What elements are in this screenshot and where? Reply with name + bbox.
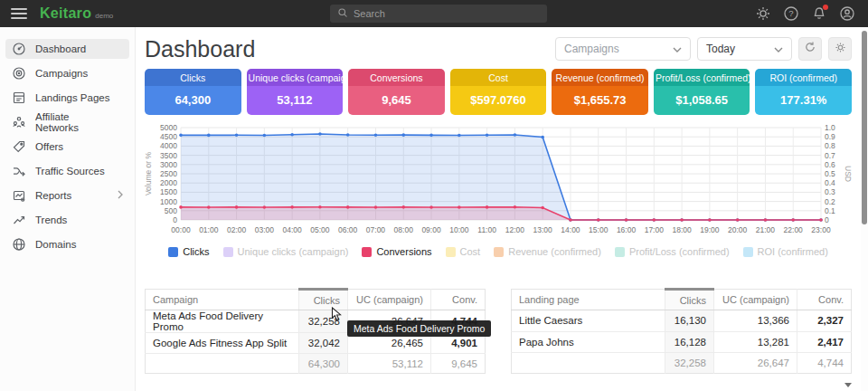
row-name[interactable]: Meta Ads Food Delivery Promo	[146, 310, 299, 333]
chart-legend: ClicksUnique clicks (campaign)Conversion…	[143, 246, 854, 257]
svg-text:USD: USD	[844, 166, 853, 182]
topbar: Keitaro demo Search ?	[0, 0, 868, 27]
legend-swatch	[446, 247, 456, 257]
svg-text:07:00: 07:00	[366, 225, 386, 234]
column-header-name[interactable]: Landing page	[512, 290, 665, 310]
row-clicks: 16,130	[665, 310, 714, 332]
svg-text:14:00: 14:00	[561, 225, 580, 234]
svg-text:09:00: 09:00	[421, 225, 441, 234]
legend-item-profit-loss-confirmed[interactable]: Profit/Loss (confirmed)	[615, 246, 730, 257]
sidebar: DashboardCampaignsLandings PagesAffiliat…	[0, 27, 136, 391]
menu-icon[interactable]	[11, 8, 27, 19]
tooltip: Meta Ads Food Delivery Promo	[347, 320, 491, 337]
legend-item-unique-clicks-campaign[interactable]: Unique clicks (campaign)	[223, 246, 349, 257]
sidebar-item-offers[interactable]: Offers	[5, 137, 129, 157]
svg-text:4500: 4500	[160, 132, 177, 141]
refresh-icon	[804, 41, 816, 57]
scrollbar-thumb[interactable]	[862, 31, 867, 224]
refresh-button[interactable]	[798, 37, 822, 61]
settings-gear-icon[interactable]	[755, 5, 771, 22]
svg-text:23:00: 23:00	[811, 225, 831, 234]
legend-swatch	[168, 247, 178, 257]
sidebar-item-domains[interactable]: Domains	[5, 234, 129, 254]
column-header-clicks[interactable]: Clicks	[665, 290, 714, 310]
sidebar-item-campaigns[interactable]: Campaigns	[5, 63, 129, 83]
legend-item-clicks[interactable]: Clicks	[168, 246, 209, 257]
sidebar-item-landings-pages[interactable]: Landings Pages	[5, 88, 129, 108]
summary-tables: CampaignClicksUC (campaign)Conv.Meta Ads…	[145, 288, 852, 374]
svg-text:02:00: 02:00	[227, 225, 247, 234]
row-conv: 2,327	[797, 310, 852, 332]
search-input[interactable]: Search	[330, 5, 547, 23]
svg-text:21:00: 21:00	[756, 225, 776, 234]
svg-text:1.0: 1.0	[825, 123, 835, 132]
stat-card-label: Unique clicks (campaign)	[247, 69, 344, 86]
date-range-select[interactable]: Today	[697, 37, 792, 61]
table-row[interactable]: Little Caesars16,13013,3662,327	[512, 310, 852, 332]
sidebar-item-label: Trends	[35, 215, 67, 225]
search-icon	[337, 7, 348, 20]
scroll-down-arrow-icon	[844, 383, 852, 387]
chevron-down-icon	[774, 43, 783, 55]
stat-card-profit-loss-confirmed: Profit/Loss (confirmed)$1,058.65	[654, 69, 750, 115]
sidebar-item-dashboard[interactable]: Dashboard	[5, 39, 129, 59]
legend-item-revenue-confirmed[interactable]: Revenue (confirmed)	[494, 246, 601, 257]
stat-card-unique-clicks-campaign: Unique clicks (campaign)53,112	[247, 69, 344, 115]
row-name[interactable]: Little Caesars	[512, 310, 665, 332]
dashboard-settings-button[interactable]	[828, 37, 852, 61]
column-header-conv[interactable]: Conv.	[431, 290, 486, 310]
row-conv: 2,417	[797, 331, 852, 353]
sidebar-item-label: Domains	[35, 239, 76, 250]
landing-pages-table: Landing pageClicksUC (campaign)Conv.Litt…	[511, 288, 852, 374]
legend-swatch	[362, 247, 372, 257]
row-uc: 13,366	[714, 310, 797, 332]
row-name[interactable]: Google Ads Fitness App Split	[146, 333, 299, 354]
sidebar-item-trends[interactable]: Trends	[5, 210, 129, 230]
legend-label: Cost	[460, 246, 481, 257]
svg-text:0.8: 0.8	[825, 141, 835, 150]
stat-card-value: 9,645	[348, 86, 445, 115]
dashboard-gauge-icon	[12, 42, 26, 56]
column-header-conv[interactable]: Conv.	[797, 290, 852, 310]
svg-text:01:00: 01:00	[199, 225, 219, 234]
account-icon[interactable]	[839, 5, 855, 22]
legend-item-cost[interactable]: Cost	[446, 246, 481, 257]
campaigns-filter-select[interactable]: Campaigns	[555, 37, 691, 61]
stat-card-value: 177.31%	[755, 86, 852, 115]
svg-text:0.1: 0.1	[825, 206, 835, 215]
column-header-name[interactable]: Campaign	[146, 290, 299, 310]
sidebar-item-traffic-sources[interactable]: Traffic Sources	[5, 161, 129, 181]
gear-icon	[835, 41, 846, 57]
svg-text:Volume or %: Volume or %	[144, 151, 153, 196]
svg-text:0.4: 0.4	[825, 178, 835, 187]
stat-card-value: 53,112	[247, 86, 344, 115]
sidebar-item-reports[interactable]: Reports	[5, 186, 129, 205]
table-row[interactable]: Papa Johns16,12813,2812,417	[512, 331, 852, 353]
row-clicks: 32,042	[299, 333, 348, 354]
legend-label: Profit/Loss (confirmed)	[629, 246, 730, 257]
totals-row: 64,30053,1129,645	[146, 354, 486, 374]
column-header-uc[interactable]: UC (campaign)	[714, 290, 797, 310]
svg-text:500: 500	[165, 206, 177, 215]
mouse-cursor	[331, 307, 344, 326]
legend-item-roi-confirmed[interactable]: ROI (confirmed)	[743, 246, 828, 257]
svg-text:0.7: 0.7	[825, 151, 835, 160]
svg-text:3000: 3000	[160, 160, 177, 169]
row-name[interactable]: Papa Johns	[512, 331, 665, 353]
sidebar-item-label: Affiliate Networks	[35, 111, 114, 133]
svg-text:12:00: 12:00	[505, 225, 525, 234]
sidebar-item-affiliate-networks[interactable]: Affiliate Networks	[5, 112, 129, 132]
totals-row: 32,25826,6474,744	[512, 353, 852, 374]
stat-card-roi-confirmed: ROI (confirmed)177.31%	[755, 69, 852, 115]
scrollbar[interactable]	[861, 27, 868, 391]
total-uc: 53,112	[348, 354, 431, 374]
legend-item-conversions[interactable]: Conversions	[362, 246, 431, 257]
column-header-uc[interactable]: UC (campaign)	[348, 290, 431, 310]
page-title: Dashboard	[145, 36, 255, 62]
stat-card-label: Clicks	[145, 69, 241, 86]
logo-demo-badge: demo	[95, 12, 113, 20]
app-logo[interactable]: Keitaro demo	[40, 5, 113, 22]
svg-text:2000: 2000	[160, 178, 177, 187]
help-icon[interactable]: ?	[783, 5, 799, 22]
notifications-bell-icon[interactable]	[811, 5, 827, 22]
